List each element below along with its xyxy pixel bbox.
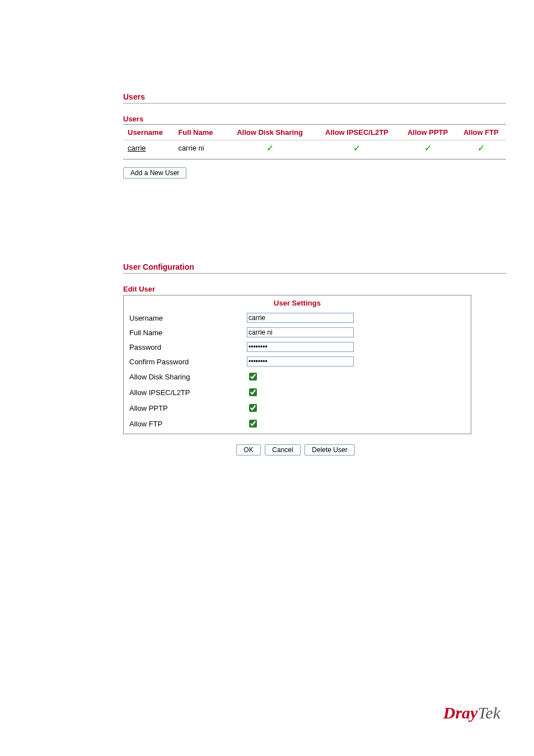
label-username: Username bbox=[129, 314, 247, 322]
allow-ftp-checkbox[interactable] bbox=[249, 420, 257, 428]
check-icon: ✓ bbox=[353, 143, 360, 153]
label-password: Password bbox=[129, 343, 247, 351]
user-settings-box: User Settings Username Full Name Passwor… bbox=[123, 295, 471, 434]
label-ftp: Allow FTP bbox=[129, 420, 247, 428]
col-username: Username bbox=[123, 125, 176, 140]
col-ftp: Allow FTP bbox=[456, 125, 506, 140]
password-input[interactable] bbox=[247, 342, 354, 352]
ok-button[interactable]: OK bbox=[236, 444, 260, 456]
user-settings-header: User Settings bbox=[124, 295, 471, 311]
check-icon: ✓ bbox=[424, 143, 432, 153]
logo-part2: Tek bbox=[477, 703, 500, 722]
users-table-title: Users bbox=[123, 115, 506, 123]
check-icon: ✓ bbox=[266, 143, 274, 153]
col-ipsec: Allow IPSEC/L2TP bbox=[314, 125, 399, 140]
cancel-button[interactable]: Cancel bbox=[265, 444, 300, 456]
confirm-password-input[interactable] bbox=[247, 356, 354, 367]
users-table: Username Full Name Allow Disk Sharing Al… bbox=[123, 124, 506, 159]
cell-fullname: carrie ni bbox=[176, 140, 225, 159]
label-pptp: Allow PPTP bbox=[129, 404, 247, 412]
user-config-heading: User Configuration bbox=[123, 262, 506, 274]
allow-pptp-checkbox[interactable] bbox=[249, 404, 257, 412]
label-disk: Allow Disk Sharing bbox=[129, 373, 247, 381]
label-fullname: Full Name bbox=[129, 328, 247, 337]
label-confirm: Confirm Password bbox=[129, 358, 247, 366]
add-new-user-button[interactable]: Add a New User bbox=[123, 167, 186, 179]
delete-user-button[interactable]: Delete User bbox=[305, 444, 354, 456]
brand-logo: DrayTek bbox=[443, 703, 500, 722]
allow-disk-checkbox[interactable] bbox=[249, 373, 257, 381]
users-heading: Users bbox=[123, 92, 506, 104]
logo-part1: Dray bbox=[443, 703, 478, 722]
col-fullname: Full Name bbox=[176, 125, 225, 140]
user-link-carrie[interactable]: carrie bbox=[128, 144, 146, 152]
col-pptp: Allow PPTP bbox=[399, 125, 456, 140]
username-input[interactable] bbox=[247, 313, 354, 323]
col-disk: Allow Disk Sharing bbox=[226, 125, 315, 140]
table-row: carrie carrie ni ✓ ✓ ✓ ✓ bbox=[123, 140, 506, 159]
edit-user-title: Edit User bbox=[123, 285, 506, 293]
allow-ipsec-checkbox[interactable] bbox=[249, 388, 257, 396]
fullname-input[interactable] bbox=[247, 327, 354, 337]
label-ipsec: Allow IPSEC/L2TP bbox=[129, 388, 247, 397]
check-icon: ✓ bbox=[477, 143, 485, 153]
